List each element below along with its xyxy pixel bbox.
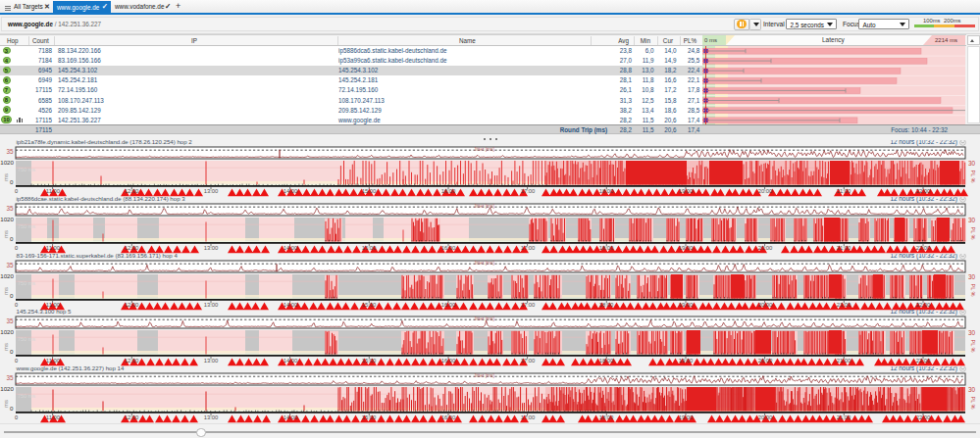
svg-text:750 ms: 750 ms (18, 393, 35, 399)
svg-text:12:00: 12:00 (125, 414, 139, 420)
svg-text:PL %: PL % (970, 226, 976, 239)
svg-text:15:00: 15:00 (362, 302, 377, 308)
svg-text:22:00: 22:00 (916, 359, 931, 365)
svg-text:PL %: PL % (970, 283, 976, 296)
svg-text:16:00: 16:00 (441, 245, 456, 251)
svg-text:0: 0 (15, 244, 18, 250)
svg-text:19:00: 19:00 (679, 359, 694, 365)
svg-text:12 hours (10:32 - 22:32): 12 hours (10:32 - 22:32) (890, 140, 957, 146)
svg-text:12:00: 12:00 (125, 359, 139, 365)
svg-text:0: 0 (15, 414, 18, 420)
svg-text:30: 30 (968, 216, 976, 222)
svg-text:21:00: 21:00 (837, 414, 851, 420)
svg-text:1020: 1020 (0, 215, 14, 221)
svg-text:19:00: 19:00 (679, 245, 694, 251)
svg-text:13:00: 13:00 (204, 414, 219, 420)
svg-text:14:00: 14:00 (284, 245, 298, 251)
svg-text:22:00: 22:00 (916, 188, 931, 194)
svg-text:35: 35 (6, 374, 14, 381)
svg-text:30: 30 (968, 386, 976, 393)
svg-text:11:00: 11:00 (46, 188, 61, 194)
svg-text:145.254.3.100 hop 5: 145.254.3.100 hop 5 (17, 310, 73, 315)
svg-text:12 hours (10:32 - 22:32): 12 hours (10:32 - 22:32) (890, 366, 957, 372)
svg-text:35: 35 (6, 205, 14, 212)
svg-text:12:00: 12:00 (125, 245, 139, 251)
svg-text:35: 35 (6, 262, 14, 268)
svg-text:1020: 1020 (0, 271, 14, 278)
svg-text:20:00: 20:00 (758, 359, 773, 365)
svg-text:18:00: 18:00 (599, 414, 614, 420)
svg-text:0: 0 (10, 291, 14, 298)
svg-text:22:00: 22:00 (916, 414, 931, 420)
svg-text:ms: ms (3, 287, 9, 295)
svg-text:0: 0 (15, 301, 18, 307)
svg-text:35: 35 (6, 148, 14, 155)
svg-text:14:00: 14:00 (284, 188, 298, 194)
svg-text:19:00: 19:00 (679, 188, 694, 194)
svg-text:17:00: 17:00 (521, 414, 536, 420)
svg-text:17:00: 17:00 (521, 245, 536, 251)
svg-text:19:00: 19:00 (679, 302, 694, 308)
svg-text:PL %: PL % (970, 396, 976, 409)
svg-text:1020: 1020 (0, 159, 14, 166)
svg-text:20:00: 20:00 (758, 245, 773, 251)
svg-text:11:00: 11:00 (46, 245, 61, 251)
svg-text:11:00: 11:00 (46, 302, 61, 308)
svg-text:ms: ms (3, 230, 9, 238)
svg-text:PL %: PL % (970, 340, 976, 353)
svg-text:750 ms: 750 ms (18, 279, 35, 285)
svg-text:0: 0 (15, 358, 18, 364)
svg-text:15:00: 15:00 (362, 245, 377, 251)
svg-text:18:00: 18:00 (599, 245, 614, 251)
svg-text:12 hours (10:32 - 22:32): 12 hours (10:32 - 22:32) (890, 197, 957, 203)
svg-text:20:00: 20:00 (758, 302, 773, 308)
svg-text:35: 35 (6, 317, 14, 324)
svg-text:0: 0 (10, 235, 14, 242)
svg-text:12 hours (10:32 - 22:32): 12 hours (10:32 - 22:32) (890, 254, 957, 260)
svg-text:750 ms: 750 ms (18, 336, 35, 342)
svg-text:Jitter [ms]: Jitter [ms] (474, 261, 494, 266)
svg-text:13:00: 13:00 (204, 359, 219, 365)
svg-text:17:00: 17:00 (521, 302, 536, 308)
svg-text:16:00: 16:00 (441, 414, 456, 420)
svg-text:Jitter [ms]: Jitter [ms] (474, 373, 494, 378)
svg-text:ms: ms (3, 173, 9, 181)
svg-text:19:00: 19:00 (679, 414, 694, 420)
svg-text:15:00: 15:00 (362, 188, 377, 194)
svg-text:750 ms: 750 ms (18, 167, 35, 172)
svg-text:22:00: 22:00 (916, 245, 931, 251)
svg-text:0: 0 (15, 188, 18, 194)
svg-text:21:00: 21:00 (837, 359, 851, 365)
svg-text:12:00: 12:00 (125, 302, 139, 308)
svg-text:12:00: 12:00 (125, 188, 139, 194)
svg-text:0: 0 (10, 178, 14, 185)
svg-text:20:00: 20:00 (758, 188, 773, 194)
svg-text:Jitter [ms]: Jitter [ms] (474, 147, 494, 152)
svg-text:18:00: 18:00 (599, 188, 614, 194)
svg-text:ms: ms (3, 343, 9, 351)
svg-text:18:00: 18:00 (599, 302, 614, 308)
svg-text:18:00: 18:00 (599, 359, 614, 365)
svg-text:Jitter [ms]: Jitter [ms] (474, 204, 494, 209)
svg-text:11:00: 11:00 (46, 359, 61, 365)
svg-text:14:00: 14:00 (284, 414, 298, 420)
svg-text:30: 30 (968, 160, 976, 167)
svg-text:PL %: PL % (970, 170, 976, 182)
svg-text:0: 0 (10, 348, 14, 355)
svg-text:11:00: 11:00 (46, 414, 61, 420)
svg-text:12 hours (10:32 - 22:32): 12 hours (10:32 - 22:32) (890, 310, 957, 316)
svg-text:Jitter [ms]: Jitter [ms] (474, 316, 494, 321)
svg-text:1020: 1020 (0, 385, 14, 392)
svg-text:13:00: 13:00 (204, 245, 219, 251)
svg-text:30: 30 (968, 329, 976, 336)
svg-text:16:00: 16:00 (441, 302, 456, 308)
svg-text:ms: ms (3, 400, 9, 408)
svg-text:www.google.de (142.251.36.227): www.google.de (142.251.36.227) hop 14 (16, 366, 125, 371)
svg-text:21:00: 21:00 (837, 245, 851, 251)
svg-text:1020: 1020 (0, 328, 14, 335)
svg-text:22:00: 22:00 (916, 302, 931, 308)
svg-text:0: 0 (10, 405, 14, 412)
svg-text:15:00: 15:00 (362, 359, 377, 365)
svg-text:13:00: 13:00 (204, 302, 219, 308)
svg-text:750 ms: 750 ms (18, 222, 35, 228)
